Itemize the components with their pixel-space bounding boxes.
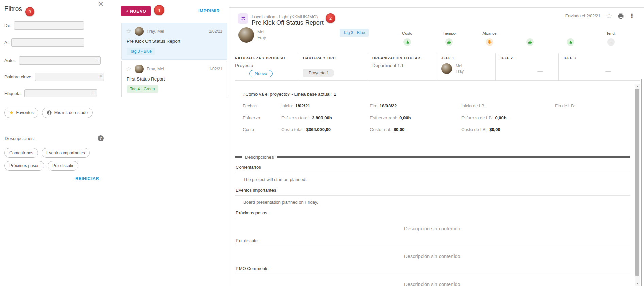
section-body-proximos: Descripción sin contenido.	[235, 218, 630, 238]
metric-tendencia: Tend. →	[596, 31, 626, 46]
keyword-label: Palabra clave:	[4, 74, 32, 79]
thumb-up-icon	[526, 38, 534, 46]
help-icon[interactable]: ?	[98, 135, 104, 141]
vertical-scrollbar[interactable]: ▲ ▼	[635, 84, 640, 286]
favorite-star-icon[interactable]: ☆	[606, 12, 612, 20]
panel-right-edge	[641, 79, 642, 286]
author-row: Autor: ≡	[4, 56, 101, 65]
avatar	[135, 65, 144, 73]
description-filter-chip-comentarios[interactable]: Comentarios	[4, 148, 38, 158]
filters-title: Filtros	[4, 5, 22, 13]
section-title-eventos: Eventos importantes	[235, 187, 630, 196]
metric-unlabeled-1	[515, 31, 545, 46]
empty-dash-icon	[537, 71, 543, 72]
report-author: Fray, Mel	[147, 29, 164, 34]
kebab-menu-icon[interactable]: ⋮	[629, 12, 635, 20]
description-sections: Comentarios The project will start as pl…	[235, 157, 630, 286]
status-chip-nuevo: Nuevo	[249, 70, 273, 77]
report-tag-chip: Tag 4 - Green	[127, 85, 158, 93]
tag-label: Etiqueta:	[4, 91, 22, 96]
section-body-discutir: Descripción sin contenido.	[235, 246, 630, 266]
manager-last-name: Fray	[456, 69, 464, 74]
keyword-input[interactable]	[35, 73, 104, 81]
date-to-input[interactable]	[11, 38, 84, 47]
trend-arrow-icon: →	[607, 38, 615, 46]
report-author: Fray, Mel	[147, 67, 164, 71]
filters-panel: Filtros 3 × De: A: Autor: ≡ Palabra clav…	[0, 0, 111, 286]
description-filter-chip-proximos[interactable]: Próximos pasos	[4, 161, 44, 171]
tag-input[interactable]	[24, 89, 97, 97]
author-input[interactable]	[19, 56, 101, 65]
avatar	[135, 27, 144, 36]
section-body-pmo: Descripción sin contenido.	[235, 274, 630, 286]
date-to-label: A:	[4, 40, 9, 45]
print-list-button[interactable]: IMPRIMIR	[198, 8, 220, 13]
empty-dash-icon	[605, 71, 611, 72]
report-card[interactable]: ☆ Fray, Mel 2/02/21 Pre Kick Off Status …	[121, 23, 227, 60]
project-icon	[238, 13, 248, 24]
description-filter-chip-discutir[interactable]: Por discutir	[48, 161, 79, 171]
favorite-star-icon[interactable]: ☆	[126, 66, 132, 72]
favorites-label: Favoritos	[16, 110, 33, 115]
hamburger-icon[interactable]: ≡	[92, 90, 95, 96]
scroll-down-icon[interactable]: ▼	[635, 281, 640, 286]
baseline-value: 1	[334, 92, 336, 97]
report-badge: 2	[326, 13, 335, 23]
section-title-pmo: PMO Comments	[235, 266, 630, 274]
report-title: Pre Kick Off Status Report	[127, 39, 222, 44]
metric-alcance: Alcance	[474, 31, 505, 46]
close-icon[interactable]: ×	[98, 0, 103, 9]
tag-row: Etiqueta: ≡	[4, 89, 97, 97]
date-from-input[interactable]	[14, 21, 84, 30]
date-to-row: A:	[4, 38, 84, 47]
report-tag-chip: Tag 3 - Blue	[340, 29, 369, 37]
thumb-sideways-icon	[486, 38, 493, 46]
scrollbar-thumb[interactable]	[635, 89, 639, 276]
date-from-label: De:	[4, 23, 11, 28]
portfolio-chip: Proyecto 1	[303, 69, 334, 77]
favorites-filter-button[interactable]: ★ Favoritos	[4, 108, 38, 118]
hamburger-icon[interactable]: ≡	[95, 57, 98, 63]
section-title-discutir: Por discutir	[235, 238, 630, 246]
thumb-up-icon	[567, 38, 574, 46]
my-status-reports-button[interactable]: Mis inf. de estado	[42, 108, 93, 118]
detail-row-fechas: Fechas Inicio:1/02/21 Fin:18/03/22 Inici…	[243, 103, 634, 109]
favorite-star-icon[interactable]: ☆	[126, 28, 132, 35]
user-circle-icon	[47, 110, 52, 115]
author-avatar	[238, 27, 254, 43]
hamburger-icon[interactable]: ≡	[99, 73, 102, 79]
report-card[interactable]: ☆ Fray, Mel 1/02/21 First Status Report …	[121, 61, 227, 97]
description-filter-chip-eventos[interactable]: Eventos importantes	[42, 148, 90, 158]
detail-row-esfuerzo: Esfuerzo Esfuerzo total:3.800,00h Esfuer…	[243, 115, 634, 121]
print-icon[interactable]	[617, 13, 624, 19]
descriptions-filter-title: Descripciones	[5, 136, 34, 141]
sent-date-label: Enviado el 2/02/21	[565, 14, 601, 18]
section-body-eventos: Board presentation planned on Friday.	[235, 196, 630, 210]
thumb-up-icon	[445, 38, 453, 46]
summary-cell-jefe3: JEFE 3	[558, 53, 640, 80]
new-report-badge: 1	[154, 5, 164, 15]
author-label: Autor:	[4, 58, 16, 63]
section-title-proximos: Próximos pasos	[235, 210, 630, 218]
filters-count-badge: 3	[25, 7, 34, 16]
author-last-name: Fray	[257, 35, 266, 40]
reset-filters-button[interactable]: REINICIAR	[75, 176, 99, 181]
report-detail-panel: Localization - Light (KKMHKJMO) Pre Kick…	[229, 7, 644, 286]
metric-costo: Costo	[392, 31, 423, 46]
report-title: First Status Report	[127, 76, 222, 82]
date-from-row: De:	[4, 21, 84, 30]
report-date: 2/02/21	[209, 29, 222, 34]
manager-avatar	[441, 63, 452, 74]
status-question: ¿Cómo va el proyecto? - Línea base actua…	[243, 92, 336, 97]
section-body-comentarios: The project will start as planned.	[235, 173, 630, 187]
new-report-button[interactable]: + NUEVO	[121, 6, 151, 16]
summary-cell-naturaleza: NATURALEZA Y PROCESO Proyecto Nuevo	[235, 53, 299, 80]
metric-tiempo: Tiempo	[434, 31, 464, 46]
scroll-up-icon[interactable]: ▲	[635, 84, 640, 89]
metric-unlabeled-2	[555, 31, 586, 46]
summary-table: NATURALEZA Y PROCESO Proyecto Nuevo CART…	[235, 53, 640, 81]
report-tag-chip: Tag 3 - Blue	[127, 48, 155, 55]
manager-first-name: Mel	[456, 63, 464, 69]
star-icon: ★	[9, 111, 14, 115]
section-title-comentarios: Comentarios	[235, 165, 630, 173]
